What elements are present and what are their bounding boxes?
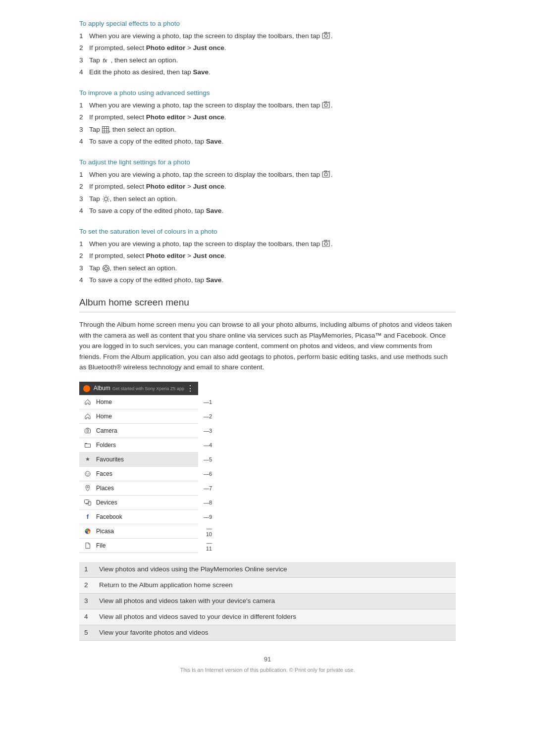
step-content: If prompted, select Photo editor > Just … bbox=[89, 43, 456, 53]
step-content: Edit the photo as desired, then tap Save… bbox=[89, 67, 456, 77]
menu-label-places: Places bbox=[96, 485, 194, 492]
album-app-icon bbox=[83, 385, 90, 392]
step-item: 2 If prompted, select Photo editor > Jus… bbox=[79, 112, 456, 122]
menu-item-home[interactable]: Home —1 bbox=[79, 395, 198, 409]
step-number: 3 bbox=[79, 55, 89, 65]
menu-label-home: Home bbox=[96, 399, 194, 405]
menu-item-camera[interactable]: Camera —3 bbox=[79, 424, 198, 438]
svg-line-17 bbox=[328, 171, 330, 172]
menu-label-favourites: Favourites bbox=[96, 456, 194, 463]
step-number: 1 bbox=[79, 31, 89, 41]
svg-rect-9 bbox=[102, 126, 108, 133]
menu-item-file[interactable]: File —11 bbox=[79, 539, 198, 553]
step-content: Tap , then select an option. bbox=[89, 194, 456, 204]
menu-item-facebook[interactable]: f Facebook —9 bbox=[79, 510, 198, 524]
menu-item-home2[interactable]: Home —2 bbox=[79, 409, 198, 424]
step-item: 4 Edit the photo as desired, then tap Sa… bbox=[79, 67, 456, 77]
svg-rect-2 bbox=[324, 32, 327, 34]
step-item: 3 Tap , then select an option. bbox=[79, 194, 456, 204]
ref-text-5: View your favorite photos and videos bbox=[94, 625, 456, 641]
step-item: 3 Tap , then select an option. bbox=[79, 263, 456, 273]
svg-rect-37 bbox=[85, 429, 91, 433]
step-content: When you are viewing a photo, tap the sc… bbox=[89, 31, 456, 41]
menu-label-folders: Folders bbox=[96, 442, 194, 449]
menu-item-faces[interactable]: Faces —6 bbox=[79, 467, 198, 481]
svg-line-26 bbox=[103, 201, 104, 202]
menu-item-devices[interactable]: Devices —8 bbox=[79, 496, 198, 510]
svg-point-41 bbox=[86, 473, 87, 474]
menu-num-10: —10 bbox=[202, 525, 212, 537]
step-item: 3 Tap fx , then select an option. bbox=[79, 55, 456, 65]
svg-point-28 bbox=[324, 243, 327, 246]
camera-edit-icon bbox=[322, 32, 331, 40]
step-number: 3 bbox=[79, 194, 89, 204]
step-item: 1 When you are viewing a photo, tap the … bbox=[79, 31, 456, 41]
step-content: When you are viewing a photo, tap the sc… bbox=[89, 170, 456, 180]
steps-improve-advanced: 1 When you are viewing a photo, tap the … bbox=[79, 101, 456, 147]
svg-rect-0 bbox=[322, 33, 329, 39]
section-adjust-light: To adjust the light settings for a photo… bbox=[79, 158, 456, 216]
album-screenshot: Album Get started with Sony Xperia Z5 ap… bbox=[79, 382, 198, 553]
step-item: 1 When you are viewing a photo, tap the … bbox=[79, 101, 456, 110]
section-improve-advanced: To improve a photo using advanced settin… bbox=[79, 89, 456, 147]
grid-icon bbox=[102, 126, 109, 133]
svg-point-32 bbox=[105, 267, 107, 270]
pin-icon bbox=[83, 484, 92, 493]
svg-point-6 bbox=[324, 104, 327, 107]
camera-edit-icon-4 bbox=[322, 240, 331, 248]
just-once-label: Just once bbox=[193, 44, 224, 51]
menu-item-places[interactable]: Places —7 bbox=[79, 481, 198, 496]
svg-rect-27 bbox=[322, 241, 329, 247]
camera-edit-icon-2 bbox=[322, 101, 331, 109]
ref-text-4: View all photos and videos saved to your… bbox=[94, 609, 456, 625]
step-item: 3 Tap , then select an option. bbox=[79, 125, 456, 135]
step-item: 2 If prompted, select Photo editor > Jus… bbox=[79, 182, 456, 192]
svg-text:fx: fx bbox=[103, 57, 107, 63]
step-number: 1 bbox=[79, 239, 89, 249]
face-icon bbox=[83, 469, 92, 478]
ref-num-2: 2 bbox=[79, 577, 94, 593]
svg-point-38 bbox=[87, 430, 89, 432]
ref-row-5: 5 View your favorite photos and videos bbox=[79, 625, 456, 641]
step-content: To save a copy of the edited photo, tap … bbox=[89, 275, 456, 285]
step-content: Tap , then select an option. bbox=[89, 263, 456, 273]
menu-num-7: —7 bbox=[202, 485, 212, 491]
light-icon bbox=[102, 195, 110, 203]
step-item: 1 When you are viewing a photo, tap the … bbox=[79, 239, 456, 249]
menu-item-folders[interactable]: Folders —4 bbox=[79, 438, 198, 453]
menu-item-favourites[interactable]: ★ Favourites —5 bbox=[79, 453, 198, 467]
svg-line-8 bbox=[328, 101, 330, 102]
steps-saturation: 1 When you are viewing a photo, tap the … bbox=[79, 239, 456, 285]
step-number: 1 bbox=[79, 101, 89, 110]
svg-rect-5 bbox=[322, 102, 329, 108]
svg-rect-29 bbox=[324, 240, 327, 242]
ref-row-4: 4 View all photos and videos saved to yo… bbox=[79, 609, 456, 625]
step-content: Tap , then select an option. bbox=[89, 125, 456, 135]
screenshot-menu-dots[interactable]: ⋮ bbox=[186, 384, 194, 393]
menu-label-home2: Home bbox=[96, 413, 194, 420]
menu-item-picasa[interactable]: Picasa —10 bbox=[79, 524, 198, 539]
screenshot-menu-list: Home —1 Home —2 Camera —3 bbox=[79, 395, 198, 553]
menu-num-8: —8 bbox=[202, 500, 212, 505]
svg-line-3 bbox=[328, 32, 330, 33]
menu-label-devices: Devices bbox=[96, 499, 194, 506]
section-saturation: To set the saturation level of colours i… bbox=[79, 228, 456, 285]
step-item: 2 If prompted, select Photo editor > Jus… bbox=[79, 251, 456, 261]
menu-num-3: —3 bbox=[202, 428, 212, 434]
svg-point-1 bbox=[324, 35, 327, 38]
camera-edit-icon-3 bbox=[322, 170, 331, 178]
svg-line-23 bbox=[103, 197, 104, 197]
step-number: 3 bbox=[79, 263, 89, 273]
section-title-improve-advanced: To improve a photo using advanced settin… bbox=[79, 89, 456, 97]
step-number: 2 bbox=[79, 112, 89, 122]
section-title-adjust-light: To adjust the light settings for a photo bbox=[79, 158, 456, 166]
svg-point-18 bbox=[104, 197, 107, 201]
section-title-apply-special-effects: To apply special effects to a photo bbox=[79, 20, 456, 27]
step-content: When you are viewing a photo, tap the sc… bbox=[89, 239, 456, 249]
ref-text-2: Return to the Album application home scr… bbox=[94, 577, 456, 593]
svg-rect-14 bbox=[322, 172, 329, 177]
album-description: Through the Album home screen menu you c… bbox=[79, 319, 456, 373]
ref-row-2: 2 Return to the Album application home s… bbox=[79, 577, 456, 593]
svg-point-40 bbox=[85, 471, 90, 476]
step-content: If prompted, select Photo editor > Just … bbox=[89, 251, 456, 261]
